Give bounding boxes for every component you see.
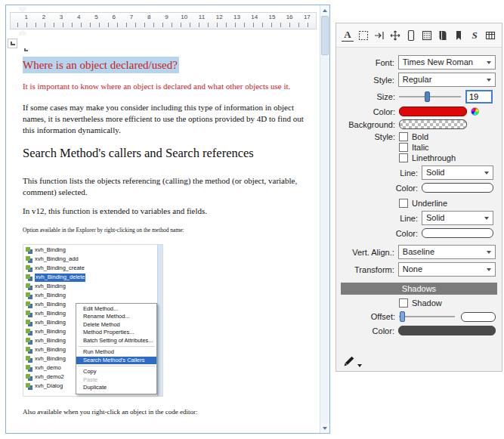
menu-item[interactable]: Copy xyxy=(76,368,156,376)
vert-align-select[interactable]: Baseline xyxy=(398,245,496,259)
menu-item[interactable]: Duplicate xyxy=(76,384,156,392)
underline-a-icon[interactable]: A xyxy=(342,29,354,42)
ruler-bar: 1234567891011121314151617 xyxy=(10,12,317,29)
list-item[interactable]: xvh_Binding xyxy=(23,246,162,255)
linethrough-checkbox[interactable] xyxy=(399,153,408,162)
pen-tool[interactable] xyxy=(342,354,362,368)
doc-paragraph: It is important to know where an object … xyxy=(23,81,316,92)
method-icon xyxy=(26,338,32,345)
linethrough-line-select[interactable]: Solid xyxy=(422,165,493,180)
method-icon xyxy=(26,356,32,363)
table-icon[interactable] xyxy=(484,29,496,42)
doc-heading-highlighted: Where is an object declared/used? xyxy=(23,57,179,73)
method-icon xyxy=(26,347,32,354)
scroll-up-button[interactable] xyxy=(320,5,329,15)
book-icon[interactable] xyxy=(437,29,449,42)
underline-color-swatch[interactable] xyxy=(422,228,493,238)
fill-pattern-icon[interactable] xyxy=(421,29,433,42)
doc-paragraph-small: Also available when you right-click an o… xyxy=(23,407,306,416)
list-item[interactable]: xvh_Binding xyxy=(23,283,162,292)
ruler-numbers: 1234567891011121314151617 xyxy=(17,13,316,22)
document-scrollbar[interactable] xyxy=(320,5,329,433)
background-color-swatch[interactable] xyxy=(399,119,467,129)
ruler[interactable]: 1234567891011121314151617 xyxy=(6,5,320,36)
font-label: Font: xyxy=(342,58,394,67)
method-icon xyxy=(26,311,32,317)
underline-color-label: Color: xyxy=(342,229,418,238)
font-select[interactable]: Times New Roman xyxy=(398,55,496,70)
linethrough-color-label: Color: xyxy=(342,184,418,193)
explorer-scrollbar[interactable] xyxy=(157,245,162,396)
selection-box-icon[interactable] xyxy=(357,29,369,42)
method-icon xyxy=(26,329,32,335)
style-select[interactable]: Regular xyxy=(398,73,496,87)
menu-item[interactable]: Rename Method... xyxy=(76,313,156,321)
size-slider[interactable] xyxy=(399,91,461,103)
slider-thumb[interactable] xyxy=(425,91,430,102)
offset-value-swatch[interactable] xyxy=(461,312,496,322)
method-icon xyxy=(26,320,32,326)
chevron-down-icon xyxy=(487,61,491,64)
chevron-down-icon xyxy=(484,172,489,175)
text-color-swatch[interactable] xyxy=(399,107,467,116)
menu-item[interactable]: Batch Setting of Attributes... xyxy=(76,337,156,345)
list-item[interactable]: xvh_Binding_create xyxy=(23,264,162,274)
move-icon[interactable] xyxy=(389,29,401,42)
arrow-up-icon xyxy=(323,9,327,12)
slider-thumb[interactable] xyxy=(400,311,405,322)
chevron-down-icon xyxy=(487,251,491,254)
doc-paragraph: If some cases may make you consider incl… xyxy=(23,102,316,136)
underline-line-select[interactable]: Solid xyxy=(422,211,493,225)
bold-checkbox[interactable] xyxy=(399,132,408,141)
size-input[interactable] xyxy=(465,90,493,104)
shadow-color-label: Color: xyxy=(342,326,394,335)
shadows-section-header: Shadows xyxy=(341,283,497,295)
menu-item[interactable]: Run Method xyxy=(76,348,156,357)
doc-heading-2: Search Method's callers and Search refer… xyxy=(23,145,306,162)
linethrough-color-swatch[interactable] xyxy=(422,183,493,193)
scroll-down-button[interactable] xyxy=(320,423,329,433)
color-wheel-icon[interactable] xyxy=(471,107,479,116)
list-item[interactable]: xvh_Binding_add xyxy=(23,255,162,264)
left-indent-marker[interactable] xyxy=(19,29,26,36)
arrow-down-icon xyxy=(323,427,327,430)
pen-icon xyxy=(342,354,356,368)
char-style-label: Style: xyxy=(342,132,395,141)
menu-item[interactable]: Delete Method xyxy=(76,321,156,329)
method-icon xyxy=(26,383,32,390)
document-content[interactable]: Where is an object declared/used? It is … xyxy=(6,36,320,433)
chevron-down-icon xyxy=(487,268,491,271)
method-icon xyxy=(26,256,32,263)
frame-icon[interactable] xyxy=(405,29,417,42)
underline-label: Underline xyxy=(412,199,447,208)
size-label: Size: xyxy=(342,92,395,101)
panel-form: Font: Times New Roman Style: Regular Siz… xyxy=(336,48,502,335)
doc-paragraph: This function lists the objects referenc… xyxy=(23,175,316,198)
italic-checkbox[interactable] xyxy=(399,143,408,152)
underline-line-label: Line: xyxy=(342,214,418,223)
menu-separator xyxy=(78,366,155,366)
offset-label: Offset: xyxy=(342,312,395,321)
embedded-screenshot: xvh_Binding xvh_Binding_add xvh_Binding_… xyxy=(23,244,163,397)
transform-select[interactable]: None xyxy=(398,262,496,277)
method-icon xyxy=(26,301,32,308)
scrollbar-thumb[interactable] xyxy=(321,16,329,55)
shadow-checkbox[interactable] xyxy=(399,298,408,308)
style-s-icon[interactable]: S xyxy=(468,29,481,42)
underline-checkbox[interactable] xyxy=(399,199,408,208)
tab-stop-icon[interactable] xyxy=(373,29,385,42)
offset-slider[interactable] xyxy=(399,311,455,323)
italic-label: Italic xyxy=(412,143,429,152)
bookmark-icon[interactable] xyxy=(453,29,465,42)
shadow-color-swatch[interactable] xyxy=(398,326,496,335)
color-label: Color: xyxy=(342,107,395,116)
menu-item[interactable]: Method Properties... xyxy=(76,329,156,337)
shadow-label: Shadow xyxy=(412,298,442,308)
menu-item-highlighted[interactable]: Search Method's Callers xyxy=(76,357,156,365)
list-item-selected[interactable]: xvh_Binding_delete xyxy=(23,274,162,283)
menu-item[interactable]: Edit Method... xyxy=(76,305,156,314)
text-properties-panel: A S xyxy=(335,23,502,372)
list-item[interactable]: xvh_Binding xyxy=(23,292,162,301)
doc-paragraph-small: Option available in the Explorer by righ… xyxy=(23,227,306,234)
method-icon xyxy=(26,274,32,281)
